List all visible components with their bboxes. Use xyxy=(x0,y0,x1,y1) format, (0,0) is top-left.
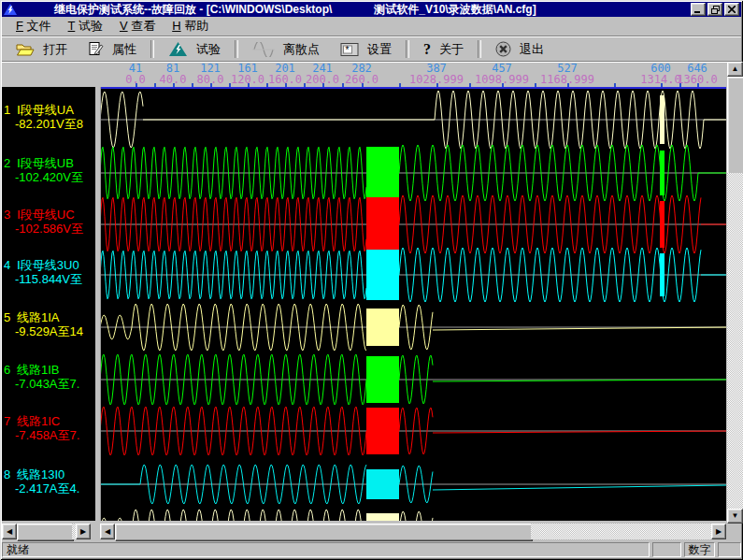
settings-icon: * xyxy=(340,42,359,57)
channel-number: 1 xyxy=(4,103,17,117)
dense-waveform-block xyxy=(366,250,399,300)
open-folder-icon xyxy=(16,42,35,57)
status-ready: 就绪 xyxy=(2,542,650,557)
channel-label-panel: 1Ⅰ段母线UA-82.201V至82Ⅰ段母线UB-102.420V至3Ⅰ段母线U… xyxy=(2,87,95,521)
minimize-button[interactable] xyxy=(691,3,706,16)
waveform-trace-ch9 xyxy=(132,510,366,521)
channel-label-8: 8线路13I0-2.417A至4. xyxy=(4,467,79,495)
toolbar-button-discrete-points[interactable]: 离散点 xyxy=(242,40,330,59)
channel-name: 线路1IA xyxy=(17,310,60,324)
channel-name: Ⅰ段母线UB xyxy=(17,156,74,170)
window-title-right: 测试软件_V10\录波数据\AN.cfg] xyxy=(374,2,536,18)
dense-waveform-block xyxy=(366,147,399,199)
menu-item-h[interactable]: H 帮助 xyxy=(164,16,217,36)
titlebar: 继电保护测试系统--故障回放 - [C:\WINDOWS\Desktop\ 测试… xyxy=(2,2,741,17)
discrete-points-icon xyxy=(252,42,275,57)
channel-name: 线路13I0 xyxy=(17,467,64,481)
toolbar-button-label: 属性 xyxy=(112,41,136,58)
status-numlock-text: 数字 xyxy=(689,542,711,557)
channel-number: 3 xyxy=(4,208,17,222)
toolbar-button-label: 离散点 xyxy=(283,41,320,58)
channel-range: -102.586V至 xyxy=(15,222,83,236)
arrow-up-icon: ▲ xyxy=(732,65,739,73)
channel-range: -82.201V至8 xyxy=(15,117,83,131)
wave-hscroll-track[interactable] xyxy=(531,524,711,539)
label-hscroll-right-button[interactable]: ▶ xyxy=(76,524,91,539)
arrow-down-icon: ▼ xyxy=(732,512,739,520)
channel-number: 7 xyxy=(4,414,17,428)
toolbar-button-properties[interactable]: 属性 xyxy=(78,40,147,59)
menu-item-label: 查看 xyxy=(128,19,156,33)
dense-waveform-block xyxy=(366,197,399,251)
toolbar-separator xyxy=(235,40,238,58)
channel-label-5: 5线路1IA-9.529A至14 xyxy=(4,310,83,338)
menu-item-label: 文件 xyxy=(23,19,51,33)
arrow-right-icon: ▶ xyxy=(716,528,722,536)
channel-number: 4 xyxy=(4,258,17,272)
dense-waveform-block xyxy=(366,408,399,454)
vscroll-thumb[interactable] xyxy=(727,77,743,175)
menu-accel: H xyxy=(172,19,180,33)
menu-accel: F xyxy=(16,19,23,33)
arrow-right-icon: ▶ xyxy=(80,528,86,536)
toolbar-separator xyxy=(478,40,481,58)
channel-number: 5 xyxy=(4,310,17,324)
channel-name: 线路1IC xyxy=(17,414,60,428)
channel-name: Ⅰ段母线3U0 xyxy=(17,258,79,272)
toolbar-button-open-folder[interactable]: 打开 xyxy=(6,40,78,59)
menu-accel: V xyxy=(120,19,128,33)
label-hscroll-left-button[interactable]: ◀ xyxy=(2,524,17,539)
channel-name: Ⅰ段母线UC xyxy=(17,208,75,222)
channel-label-4: 4Ⅰ段母线3U0-115.844V至 xyxy=(4,258,82,286)
menu-item-v[interactable]: V 查看 xyxy=(111,16,164,36)
toolbar-button-settings[interactable]: *设置 xyxy=(330,40,402,59)
restore-icon xyxy=(711,6,720,14)
channel-name: Ⅰ段母线UA xyxy=(17,103,74,117)
toolbar-button-exit[interactable]: 退出 xyxy=(485,40,554,59)
dense-waveform-bar xyxy=(660,253,664,296)
waveform-trace-ch9 xyxy=(100,518,132,521)
channel-range: -9.529A至14 xyxy=(15,324,83,338)
dense-waveform-block xyxy=(366,309,399,346)
statusbar: 就绪 数字 xyxy=(2,538,741,558)
dense-waveform-block xyxy=(366,469,399,499)
dense-waveform-bar xyxy=(660,201,664,248)
close-button[interactable] xyxy=(724,3,739,16)
dense-waveform-bar xyxy=(660,151,664,195)
vscroll-track[interactable] xyxy=(727,173,743,509)
channel-label-6: 6线路1IB-7.043A至7. xyxy=(4,363,79,391)
channel-label-1: 1Ⅰ段母线UA-82.201V至8 xyxy=(4,103,83,131)
vscroll-up-button[interactable]: ▲ xyxy=(727,62,743,77)
wave-hscroll-left-button[interactable]: ◀ xyxy=(100,524,115,539)
app-icon xyxy=(4,4,17,16)
wave-hscroll-right-button[interactable]: ▶ xyxy=(711,524,726,539)
menu-item-t[interactable]: T 试验 xyxy=(60,16,111,36)
vscroll-down-button[interactable]: ▼ xyxy=(727,509,743,524)
waveform-svg xyxy=(100,87,726,521)
waveform-trace-ch2 xyxy=(399,145,698,201)
about-icon: ? xyxy=(423,41,431,58)
plot-top-line xyxy=(100,87,726,89)
status-panel-empty-1 xyxy=(652,542,681,557)
toolbar-button-label: 退出 xyxy=(520,41,544,58)
channel-range: -115.844V至 xyxy=(15,272,82,286)
toolbar: 打开属性试验离散点*设置?关于退出 xyxy=(2,37,741,62)
channel-range: -102.420V至 xyxy=(15,170,83,184)
toolbar-button-test-lightning[interactable]: 试验 xyxy=(158,40,231,59)
properties-icon xyxy=(88,41,104,57)
status-numlock: 数字 xyxy=(684,542,715,557)
dense-waveform-bar xyxy=(660,95,664,144)
menu-item-f[interactable]: F 文件 xyxy=(7,16,60,36)
test-lightning-icon xyxy=(168,41,188,57)
toolbar-button-about[interactable]: ?关于 xyxy=(413,40,474,59)
channel-number: 8 xyxy=(4,467,17,481)
toolbar-button-label: 打开 xyxy=(43,41,67,58)
menu-item-label: 帮助 xyxy=(181,19,209,33)
arrow-left-icon: ◀ xyxy=(105,528,110,536)
exit-icon xyxy=(495,41,511,57)
dense-waveform-block xyxy=(366,513,399,521)
waveform-canvas[interactable] xyxy=(100,87,726,521)
channel-label-3: 3Ⅰ段母线UC-102.586V至 xyxy=(4,208,83,236)
restore-button[interactable] xyxy=(707,3,722,16)
menu-item-label: 试验 xyxy=(75,19,103,33)
